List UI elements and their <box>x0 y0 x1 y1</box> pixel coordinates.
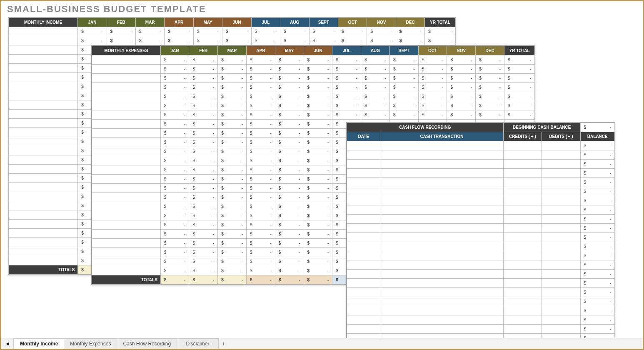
expense-row[interactable]: $-$-$-$-$-$-$-$-$-$-$-$-$- <box>92 83 535 92</box>
income-label-cell[interactable] <box>9 256 78 265</box>
expense-label-cell[interactable] <box>92 248 161 257</box>
expense-cell[interactable]: $- <box>447 101 476 110</box>
expense-cell[interactable]: $- <box>275 65 304 74</box>
cashflow-row[interactable]: $- <box>347 160 615 169</box>
income-label-cell[interactable] <box>9 229 78 238</box>
income-label-cell[interactable] <box>9 247 78 256</box>
expense-cell[interactable]: $- <box>304 156 332 165</box>
beginning-balance-cell[interactable]: $- <box>580 123 614 132</box>
expense-label-cell[interactable] <box>92 120 161 129</box>
expense-cell[interactable]: $- <box>218 239 247 248</box>
expense-cell[interactable]: $- <box>361 74 390 83</box>
cashflow-row[interactable]: $- <box>347 242 615 251</box>
cashflow-transaction-cell[interactable] <box>380 279 503 288</box>
income-cell[interactable]: $- <box>309 36 338 45</box>
income-cell[interactable]: $- <box>280 36 309 45</box>
income-label-cell[interactable] <box>9 64 78 73</box>
expense-cell[interactable]: $- <box>189 92 218 101</box>
cashflow-debit-cell[interactable] <box>542 270 580 279</box>
cashflow-transaction-cell[interactable] <box>380 288 503 297</box>
expense-cell[interactable]: $- <box>218 101 247 110</box>
expense-cell[interactable]: $- <box>218 165 247 175</box>
expense-cell[interactable]: $- <box>189 129 218 138</box>
expense-cell[interactable]: $- <box>247 101 275 110</box>
expense-cell[interactable]: $- <box>247 184 275 193</box>
expense-label-cell[interactable] <box>92 193 161 202</box>
expense-cell[interactable]: $- <box>275 110 304 120</box>
cashflow-credit-cell[interactable] <box>503 160 542 169</box>
expense-cell[interactable]: $- <box>189 55 218 65</box>
expense-cell[interactable]: $- <box>218 138 247 147</box>
expense-cell[interactable]: $- <box>476 83 504 92</box>
expense-label-cell[interactable] <box>92 257 161 266</box>
expense-cell[interactable]: $- <box>304 230 332 239</box>
expense-cell[interactable]: $- <box>247 266 275 275</box>
cashflow-debit-cell[interactable] <box>542 141 580 150</box>
expense-cell[interactable]: $- <box>275 211 304 220</box>
expense-cell[interactable]: $- <box>304 257 332 266</box>
cashflow-debit-cell[interactable] <box>542 260 580 270</box>
expense-cell[interactable]: $- <box>304 184 332 193</box>
cashflow-row[interactable]: $- <box>347 315 615 325</box>
cashflow-transaction-cell[interactable] <box>380 297 503 306</box>
expense-cell[interactable]: $- <box>189 184 218 193</box>
cashflow-debit-cell[interactable] <box>542 178 580 187</box>
expense-cell[interactable]: $- <box>218 55 247 65</box>
income-label-cell[interactable] <box>9 210 78 220</box>
expense-cell[interactable]: $- <box>189 266 218 275</box>
income-label-cell[interactable] <box>9 91 78 100</box>
income-label-cell[interactable] <box>9 73 78 82</box>
expense-row[interactable]: $-$-$-$-$-$-$-$-$-$-$-$-$- <box>92 110 535 120</box>
cashflow-date-cell[interactable] <box>347 224 380 233</box>
expense-cell[interactable]: $- <box>389 74 418 83</box>
expense-cell[interactable]: $- <box>218 266 247 275</box>
expense-cell[interactable]: $- <box>275 230 304 239</box>
expense-cell[interactable]: $- <box>189 138 218 147</box>
income-label-cell[interactable] <box>9 45 78 55</box>
expense-cell[interactable]: $- <box>332 55 361 65</box>
expense-row[interactable]: $-$-$-$-$-$-$-$-$-$-$-$-$- <box>92 101 535 110</box>
expense-cell[interactable]: $- <box>418 65 447 74</box>
cashflow-credit-cell[interactable] <box>503 141 542 150</box>
cashflow-row[interactable]: $- <box>347 260 615 270</box>
expense-cell[interactable]: $- <box>476 101 504 110</box>
expense-cell[interactable]: $- <box>304 165 332 175</box>
expense-cell[interactable]: $- <box>275 138 304 147</box>
tab-monthly-income[interactable]: Monthly Income <box>14 338 64 349</box>
expense-cell[interactable]: $- <box>304 138 332 147</box>
cashflow-credit-cell[interactable] <box>503 196 542 205</box>
expense-cell[interactable]: $- <box>389 92 418 101</box>
cashflow-row[interactable]: $- <box>347 224 615 233</box>
expense-cell[interactable]: $- <box>476 74 504 83</box>
cashflow-credit-cell[interactable] <box>503 297 542 306</box>
expense-cell[interactable]: $- <box>218 175 247 184</box>
income-label-cell[interactable] <box>9 165 78 174</box>
cashflow-row[interactable]: $- <box>347 233 615 242</box>
income-cell[interactable]: $- <box>165 36 193 45</box>
expense-cell[interactable]: $- <box>389 101 418 110</box>
expense-cell[interactable]: $- <box>189 101 218 110</box>
cashflow-credit-cell[interactable] <box>503 242 542 251</box>
expense-row[interactable]: $-$-$-$-$-$-$-$-$-$-$-$-$- <box>92 65 535 74</box>
expense-cell[interactable]: $- <box>247 74 275 83</box>
cashflow-debit-cell[interactable] <box>542 233 580 242</box>
expense-cell[interactable]: $- <box>418 101 447 110</box>
expense-cell[interactable]: $- <box>476 65 504 74</box>
cashflow-date-cell[interactable] <box>347 325 380 334</box>
expense-cell[interactable]: $- <box>275 175 304 184</box>
expense-cell[interactable]: $- <box>160 202 189 211</box>
expense-cell[interactable]: $- <box>247 175 275 184</box>
cashflow-date-cell[interactable] <box>347 141 380 150</box>
expense-cell[interactable]: $- <box>275 74 304 83</box>
expense-cell[interactable]: $- <box>304 92 332 101</box>
expense-cell[interactable]: $- <box>247 110 275 120</box>
expense-row[interactable]: $-$-$-$-$-$-$-$-$-$-$-$-$- <box>92 92 535 101</box>
expense-cell[interactable]: $- <box>361 110 390 120</box>
expense-cell[interactable]: $- <box>218 156 247 165</box>
cashflow-credit-cell[interactable] <box>503 288 542 297</box>
cashflow-row[interactable]: $- <box>347 169 615 178</box>
expense-cell[interactable]: $- <box>447 92 476 101</box>
expense-cell[interactable]: $- <box>160 193 189 202</box>
cashflow-credit-cell[interactable] <box>503 260 542 270</box>
expense-cell[interactable]: $- <box>218 220 247 230</box>
